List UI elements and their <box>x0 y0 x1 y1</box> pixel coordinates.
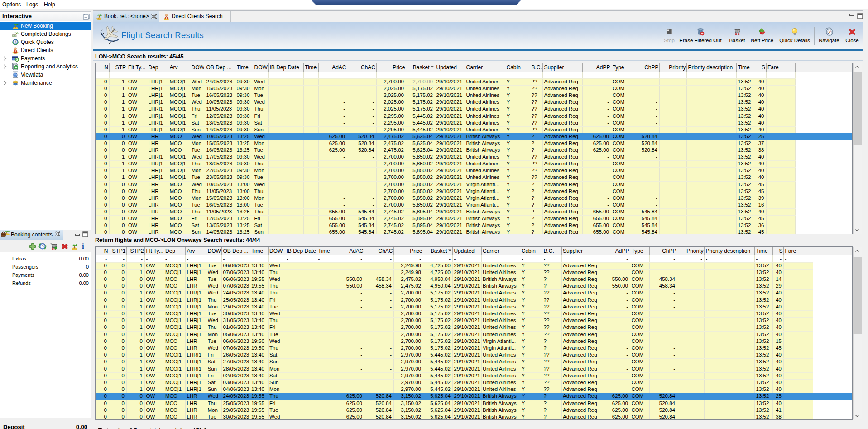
svg-text:$: $ <box>16 57 18 62</box>
